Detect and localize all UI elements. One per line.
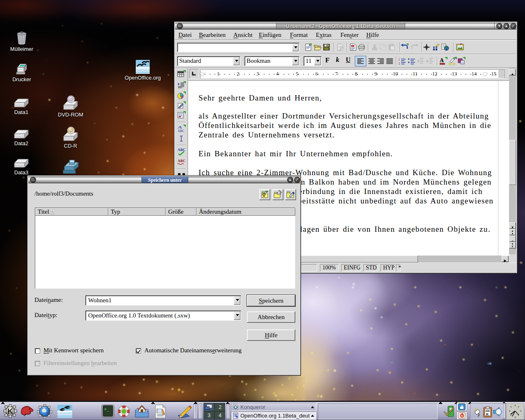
svg-text:K: K bbox=[7, 407, 13, 415]
svg-text:A: A bbox=[440, 57, 444, 64]
svg-text:2: 2 bbox=[398, 62, 400, 65]
svg-text:ABC: ABC bbox=[178, 148, 185, 152]
svg-text:A: A bbox=[179, 125, 182, 129]
svg-text:>_: >_ bbox=[104, 407, 110, 412]
svg-text:ABC: ABC bbox=[178, 159, 185, 163]
svg-text:1: 1 bbox=[398, 58, 400, 62]
svg-text:ABC: ABC bbox=[178, 129, 184, 133]
svg-text:K: K bbox=[486, 412, 489, 416]
